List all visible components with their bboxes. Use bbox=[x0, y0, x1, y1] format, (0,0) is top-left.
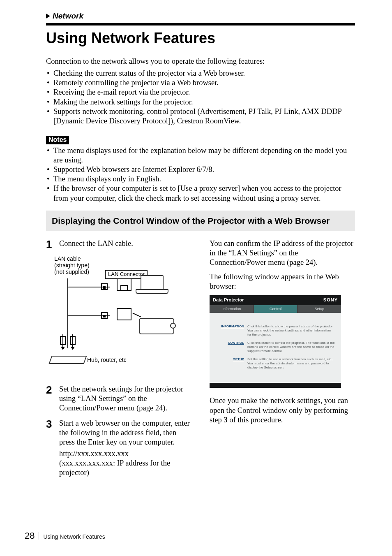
subheading: Displaying the Control Window of the Pro… bbox=[52, 215, 349, 226]
right-paragraph: Once you make the network settings, you … bbox=[210, 396, 355, 424]
section-rule bbox=[46, 23, 355, 25]
subheading-box: Displaying the Control Window of the Pro… bbox=[46, 211, 355, 231]
browser-row-key: INFORMATION bbox=[215, 324, 244, 337]
breadcrumb-label: Network bbox=[53, 12, 83, 21]
browser-screenshot: Data Projector SONY Information Control … bbox=[210, 295, 341, 388]
list-item: Remotely controlling the projector via a… bbox=[46, 78, 355, 88]
list-item: The menu displays only in English. bbox=[46, 174, 355, 184]
step-number: 1 bbox=[46, 239, 53, 250]
step-text: Connect the LAN cable. bbox=[59, 239, 191, 250]
browser-row: INFORMATION Click this button to show th… bbox=[215, 324, 335, 337]
list-item: The menu displays used for the explanati… bbox=[46, 146, 355, 165]
hub-icon bbox=[48, 356, 87, 364]
connection-diagram: LAN cable (straight type) (not supplied)… bbox=[48, 255, 179, 379]
list-item: If the browser of your computer is set t… bbox=[46, 184, 355, 203]
projector-icon bbox=[139, 318, 174, 334]
right-paragraph: You can confirm the IP address of the pr… bbox=[210, 239, 355, 267]
list-item: Supports network monitoring, control pro… bbox=[46, 107, 355, 126]
browser-footer-bar bbox=[210, 383, 341, 388]
brand-logo: SONY bbox=[323, 297, 338, 303]
left-column: 1 Connect the LAN cable. LAN cable (stra… bbox=[46, 239, 191, 483]
list-item: Supported Web browsers are Internet Expl… bbox=[46, 165, 355, 174]
notes-list: The menu displays used for the explanati… bbox=[46, 146, 355, 203]
intro-text: Connection to the network allows you to … bbox=[46, 57, 355, 66]
browser-body: INFORMATION Click this button to show th… bbox=[210, 313, 341, 383]
right-column: You can confirm the IP address of the pr… bbox=[210, 239, 355, 483]
step-url-note: (xxx.xxx.xxx.xxx: IP address for the pro… bbox=[59, 459, 170, 477]
page-number: 28 bbox=[25, 531, 35, 541]
step-text: Start a web browser on the computer, ent… bbox=[59, 419, 190, 446]
browser-app-title: Data Projector bbox=[213, 297, 244, 303]
diagram-line bbox=[133, 313, 141, 317]
ethernet-plug-icon bbox=[101, 283, 108, 290]
feature-list: Checking the current status of the proje… bbox=[46, 69, 355, 126]
list-item: Receiving the e-mail report via the proj… bbox=[46, 88, 355, 97]
step-body: Start a web browser on the computer, ent… bbox=[59, 419, 191, 477]
page: Network Using Network Features Connectio… bbox=[0, 0, 392, 556]
browser-row-key: CONTROL bbox=[215, 341, 244, 353]
browser-tabs: Information Control Setup bbox=[210, 305, 341, 313]
breadcrumb: Network bbox=[46, 12, 355, 21]
breadcrumb-arrow-icon bbox=[46, 14, 50, 19]
bold-step-ref: 3 bbox=[224, 416, 227, 424]
step-2: 2 Set the network settings for the proje… bbox=[46, 385, 191, 413]
browser-row-desc: Click this button to show the present st… bbox=[247, 324, 335, 337]
page-footer: 28 Using Network Features bbox=[25, 531, 105, 541]
diagram-line bbox=[67, 278, 68, 348]
step-url: http://xxx.xxx.xxx.xxx bbox=[59, 449, 191, 459]
step-1: 1 Connect the LAN cable. bbox=[46, 239, 191, 250]
step-text: Set the network settings for the project… bbox=[59, 385, 191, 413]
browser-row: SETUP Set the setting to use a network f… bbox=[215, 357, 335, 370]
browser-row-desc: Set the setting to use a network functio… bbox=[247, 357, 335, 370]
lan-port-icon bbox=[117, 308, 131, 320]
list-item: Checking the current status of the proje… bbox=[46, 69, 355, 78]
ethernet-plug-icon bbox=[101, 312, 108, 319]
list-item: Making the network settings for the proj… bbox=[46, 97, 355, 107]
step-3: 3 Start a web browser on the computer, e… bbox=[46, 419, 191, 477]
two-column-layout: 1 Connect the LAN cable. LAN cable (stra… bbox=[46, 239, 355, 483]
plug-icon bbox=[70, 336, 76, 345]
laptop-icon bbox=[141, 275, 173, 297]
browser-row-desc: Click this button to control the project… bbox=[247, 341, 335, 353]
footer-divider bbox=[39, 532, 39, 540]
diagram-label-lan-cable: LAN cable (straight type) (not supplied) bbox=[54, 255, 99, 275]
step-number: 2 bbox=[46, 385, 53, 413]
notes-badge: Notes bbox=[46, 136, 69, 144]
right-paragraph: The following window appears in the Web … bbox=[210, 272, 355, 291]
browser-tab-control: Control bbox=[254, 305, 297, 313]
diagram-label-hub: Hub, router, etc bbox=[87, 357, 127, 363]
plug-icon bbox=[60, 336, 66, 345]
step-number: 3 bbox=[46, 419, 53, 477]
text-run: of this procedure. bbox=[228, 416, 283, 424]
page-title: Using Network Features bbox=[46, 30, 355, 47]
footer-title: Using Network Features bbox=[43, 533, 105, 540]
browser-titlebar: Data Projector SONY bbox=[210, 295, 341, 305]
lan-port-icon bbox=[117, 278, 131, 291]
browser-row-key: SETUP bbox=[215, 357, 244, 370]
browser-tab-setup: Setup bbox=[297, 305, 341, 313]
browser-row: CONTROL Click this button to control the… bbox=[215, 341, 335, 353]
browser-tab-information: Information bbox=[210, 305, 254, 313]
